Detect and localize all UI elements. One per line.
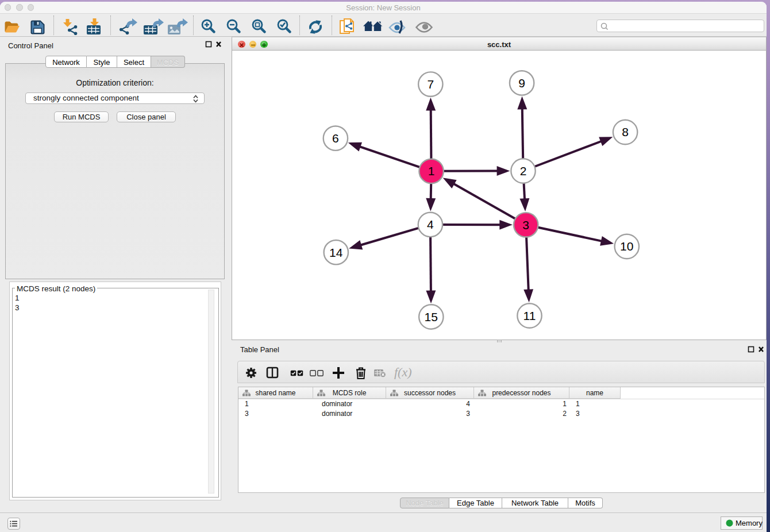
svg-text:10: 10: [620, 240, 633, 253]
svg-text:3: 3: [522, 218, 529, 232]
svg-text:4: 4: [427, 218, 434, 231]
svg-text:8: 8: [622, 125, 629, 138]
svg-text:11: 11: [523, 309, 536, 322]
svg-text:15: 15: [425, 310, 438, 323]
svg-text:7: 7: [427, 78, 434, 91]
svg-text:6: 6: [332, 132, 339, 145]
svg-text:9: 9: [518, 76, 525, 90]
svg-text:2: 2: [520, 164, 527, 178]
svg-text:1: 1: [428, 164, 435, 178]
svg-text:14: 14: [329, 246, 343, 259]
